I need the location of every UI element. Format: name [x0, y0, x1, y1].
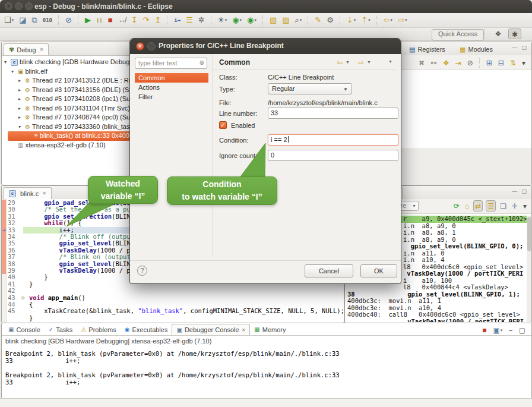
show-debug-console-button[interactable]: ☰: [185, 15, 194, 26]
tree-item[interactable]: ▸⚙Thread #6 1073431104 (Tmr Svc) (S: [2, 104, 136, 113]
collapse-all-button[interactable]: ⊟: [497, 57, 505, 68]
disassembly-line[interactable]: l8 0x400844c4 <vTaskDelay>: [345, 284, 527, 291]
disconnect-button[interactable]: ↮: [118, 15, 126, 26]
tree-expand-icon[interactable]: ▸: [18, 104, 25, 113]
tab-executables[interactable]: ◉Executables: [121, 324, 172, 335]
show-source-button[interactable]: ☰: [486, 200, 496, 212]
window-maximize-button[interactable]: [25, 2, 33, 10]
run-button[interactable]: ◉▾: [232, 15, 242, 26]
expand-all-button[interactable]: ⊞: [485, 57, 493, 68]
maximize-panel-icon[interactable]: ▢: [521, 188, 527, 194]
tree-expand-icon[interactable]: ▾: [4, 58, 11, 67]
tab-modules[interactable]: ▦ Modules: [455, 43, 498, 55]
forward-button[interactable]: ⇨▾: [397, 15, 407, 26]
enabled-checkbox[interactable]: ✓: [219, 121, 227, 129]
step-over-button[interactable]: ↷: [142, 15, 150, 26]
view-menu-button[interactable]: ▾: [521, 57, 527, 68]
tree-expand-icon[interactable]: ▸: [18, 86, 25, 95]
tree-expand-icon[interactable]: ▸: [18, 76, 25, 86]
disassembly-scrollbar[interactable]: [527, 216, 531, 322]
tab-registers[interactable]: ▤ Registers: [404, 43, 450, 55]
code-line[interactable]: }: [2, 315, 344, 321]
window-close-button[interactable]: ✕: [5, 2, 12, 10]
tab-blink-c[interactable]: c blink.c ✕: [4, 187, 52, 199]
close-icon[interactable]: ✕: [42, 191, 46, 196]
code-line[interactable]: 43⊖void app_main(): [2, 295, 344, 301]
maximize-panel-button[interactable]: ▢: [518, 324, 527, 336]
build-all-button[interactable]: ⚙: [326, 15, 334, 26]
cancel-button[interactable]: Cancel: [305, 264, 353, 277]
remove-selected-button[interactable]: ✖: [417, 57, 426, 68]
tree-item[interactable]: ▾▣blink.elf: [2, 67, 136, 77]
minimize-panel-button[interactable]: —: [508, 324, 513, 336]
tab-debug[interactable]: ✾ Debug ✕: [4, 43, 49, 55]
disassembly-line[interactable]: vTaskDelay(1000 / portTICK_PERI: [345, 318, 527, 323]
new-c-project-button[interactable]: ▧: [269, 15, 277, 26]
pin-view-button[interactable]: ✛: [511, 200, 519, 212]
open-perspective-button[interactable]: ❖: [492, 29, 505, 39]
filter-input[interactable]: type filter text ⊗: [135, 58, 207, 69]
tree-item[interactable]: ▸⚙Thread #7 1073408744 (ipc0) (Susp: [2, 113, 136, 122]
tree-expand-icon[interactable]: ▸: [18, 94, 25, 104]
skip-all-breakpoints-button[interactable]: ⊘: [65, 15, 72, 26]
view-menu-icon[interactable]: ▼: [388, 59, 392, 64]
deselect-button[interactable]: ⊘: [466, 57, 474, 68]
maximize-panel-icon[interactable]: ▢: [521, 45, 527, 51]
dialog-nav-common[interactable]: Common: [135, 73, 208, 83]
debug-button[interactable]: ✳▾: [217, 15, 227, 26]
tab-memory[interactable]: ▦Memory: [250, 324, 290, 335]
clear-filter-icon[interactable]: ⊗: [200, 59, 204, 66]
chevron-down-icon[interactable]: ▼: [412, 204, 416, 208]
back-button[interactable]: ⇦▾: [383, 15, 393, 26]
dialog-nav-actions[interactable]: Actions: [135, 83, 208, 92]
display-selected-console-button[interactable]: ▣▾: [492, 324, 504, 336]
link-with-debug-button[interactable]: ⇅: [509, 57, 517, 68]
mark-occurrences-button[interactable]: ✎: [314, 15, 322, 26]
next-annotation-button[interactable]: ⇣▾: [346, 15, 356, 26]
help-button[interactable]: ?: [137, 266, 147, 276]
view-menu-button[interactable]: ▾: [522, 200, 528, 212]
forward-arrow-icon[interactable]: ⇨: [358, 58, 364, 67]
tab-tasks[interactable]: ✓Tasks: [45, 324, 77, 335]
chevron-down-icon[interactable]: ▼: [367, 60, 371, 64]
tab-problems[interactable]: ⚠Problems: [77, 324, 120, 335]
chevron-down-icon[interactable]: ▼: [346, 60, 350, 64]
step-into-button[interactable]: ↧: [131, 15, 138, 26]
debug-stack-frame-selected[interactable]: ≡blink_task() at blink.c:33 0x400db: [8, 131, 136, 141]
tab-debugger-console[interactable]: ▣Debugger Console✕: [172, 324, 250, 335]
open-element-button[interactable]: ▨: [281, 15, 290, 26]
terminate-console-button[interactable]: ■: [481, 324, 487, 336]
tree-item[interactable]: ▥xtensa-esp32-elf-gdb (7.10): [2, 141, 136, 150]
resume-button[interactable]: ▶: [84, 15, 91, 26]
disassembly-line[interactable]: 400dbc3c: movi.n a11, 1: [345, 298, 527, 305]
back-arrow-icon[interactable]: ⇦: [337, 58, 343, 67]
instruction-stepping-button[interactable]: i→: [173, 15, 181, 26]
quick-access-button[interactable]: Quick Access: [432, 29, 484, 40]
save-all-button[interactable]: ⧉: [31, 15, 37, 26]
use-step-filters-button[interactable]: ✲: [198, 15, 205, 26]
close-icon[interactable]: ✕: [242, 327, 246, 333]
tree-expand-icon[interactable]: ▾: [18, 122, 25, 132]
remove-all-button[interactable]: ✖✖: [429, 57, 438, 68]
dialog-close-button[interactable]: ✕: [136, 42, 144, 51]
terminate-button[interactable]: ■: [107, 15, 113, 26]
window-minimize-button[interactable]: [15, 2, 23, 10]
tree-item[interactable]: ▸⚙Thread #3 1073413156 (IDLE) (Susp: [2, 86, 136, 95]
debug-perspective-button[interactable]: ✱: [508, 29, 521, 39]
sync-with-stack-frame-button[interactable]: ⇄: [473, 200, 483, 212]
dialog-nav-filter[interactable]: Filter: [135, 92, 208, 102]
condition-input[interactable]: i == 2: [268, 134, 398, 146]
tab-console[interactable]: ▣Console: [4, 324, 45, 335]
home-button[interactable]: ⌂: [464, 200, 470, 212]
minimize-panel-icon[interactable]: —: [512, 188, 517, 194]
previous-annotation-button[interactable]: ⇡▾: [360, 15, 370, 26]
open-new-view-button[interactable]: ❏: [499, 200, 508, 212]
refresh-view-button[interactable]: ⟳: [452, 200, 461, 212]
new-wizard-button[interactable]: ❏▾: [4, 15, 14, 26]
breakpoint-instruction-pointer-icon[interactable]: ➔: [2, 227, 6, 234]
external-tools-button[interactable]: ◉▾: [246, 15, 257, 26]
fold-collapse-icon[interactable]: ⊖: [21, 295, 24, 301]
tree-item[interactable]: ▸⚙Thread #2 1073413512 (IDLE : Runn: [2, 76, 136, 86]
add-register-group-button[interactable]: ❖: [442, 57, 451, 68]
type-dropdown[interactable]: Regular ▼: [268, 83, 352, 94]
